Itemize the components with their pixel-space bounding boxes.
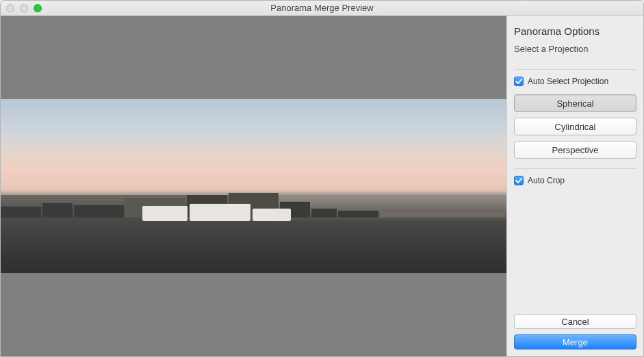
titlebar: Panorama Merge Preview <box>1 1 643 16</box>
check-icon <box>515 78 522 85</box>
projection-label: Perspective <box>552 145 599 155</box>
auto-select-projection-checkbox[interactable] <box>514 77 524 86</box>
content: Panorama Options Select a Projection Aut… <box>1 16 643 356</box>
check-icon <box>515 177 522 184</box>
window-title: Panorama Merge Preview <box>270 3 373 13</box>
projection-label: Spherical <box>556 98 593 109</box>
projection-spherical-button[interactable]: Spherical <box>514 94 636 112</box>
cancel-button[interactable]: Cancel <box>514 314 636 329</box>
options-subtitle: Select a Projection <box>514 44 636 54</box>
panorama-preview-image <box>1 99 506 273</box>
options-title: Panorama Options <box>514 25 636 37</box>
preview-area <box>1 16 506 356</box>
divider <box>514 168 636 169</box>
auto-crop-row[interactable]: Auto Crop <box>514 176 636 185</box>
cancel-label: Cancel <box>561 317 589 327</box>
merge-button[interactable]: Merge <box>514 334 636 349</box>
auto-select-projection-label: Auto Select Projection <box>528 77 608 86</box>
projection-perspective-button[interactable]: Perspective <box>514 141 636 159</box>
close-window-button[interactable] <box>6 4 14 12</box>
zoom-window-button[interactable] <box>34 4 42 12</box>
projection-cylindrical-button[interactable]: Cylindrical <box>514 118 636 135</box>
minimize-window-button[interactable] <box>20 4 28 12</box>
projection-label: Cylindrical <box>555 122 596 132</box>
auto-crop-label: Auto Crop <box>528 176 565 185</box>
auto-crop-checkbox[interactable] <box>514 176 524 185</box>
traffic-lights <box>6 4 42 12</box>
auto-select-projection-row[interactable]: Auto Select Projection <box>514 77 636 86</box>
merge-label: Merge <box>563 337 588 347</box>
divider <box>514 69 636 70</box>
options-sidebar: Panorama Options Select a Projection Aut… <box>506 16 643 356</box>
